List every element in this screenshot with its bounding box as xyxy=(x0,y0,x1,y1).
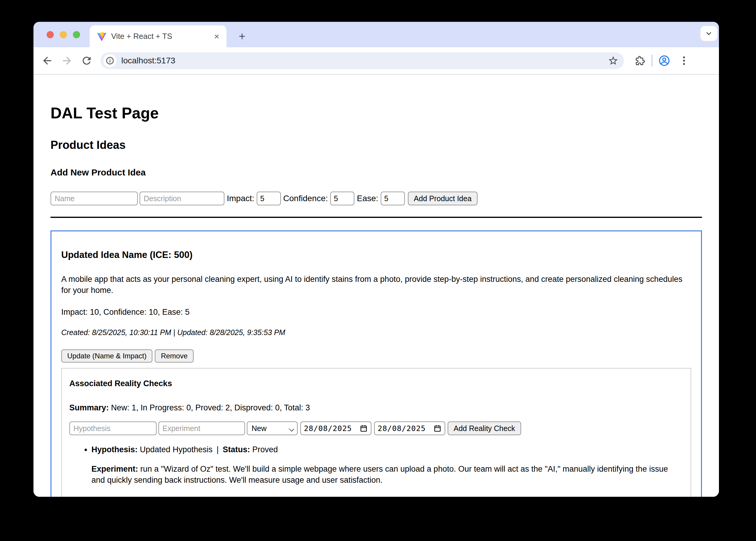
forward-arrow-icon xyxy=(61,55,73,67)
remove-idea-button[interactable]: Remove xyxy=(155,349,193,362)
reload-icon xyxy=(81,55,93,67)
calendar-icon[interactable] xyxy=(359,424,368,432)
summary-label: Summary: xyxy=(69,403,109,412)
idea-actions: Update (Name & Impact) Remove xyxy=(61,349,691,362)
add-product-idea-button[interactable]: Add Product Idea xyxy=(408,192,478,205)
browser-window: Vite + React + TS × + localhost xyxy=(33,22,719,497)
reality-check-item: Hypothesis: Updated Hypothesis | Status:… xyxy=(92,444,683,486)
toolbar-divider xyxy=(651,55,653,67)
add-idea-heading: Add New Product Idea xyxy=(51,167,702,178)
start-date-input[interactable]: 28/08/2025 xyxy=(300,421,371,435)
hypothesis-input[interactable] xyxy=(69,421,157,435)
experiment-line: Experiment: run a "Wizard of Oz" test. W… xyxy=(92,464,683,486)
tab-close-icon[interactable]: × xyxy=(212,31,221,42)
experiment-input[interactable] xyxy=(159,421,245,435)
summary-text: New: 1, In Progress: 0, Proved: 2, Dispr… xyxy=(111,403,310,412)
new-tab-button[interactable]: + xyxy=(234,28,250,44)
hypothesis-label: Hypothesis: xyxy=(92,445,138,454)
reality-checks-summary: Summary: New: 1, In Progress: 0, Proved:… xyxy=(69,403,683,413)
site-info-chip[interactable] xyxy=(103,54,117,67)
status-select-value: New xyxy=(251,424,266,433)
reality-check-list: Hypothesis: Updated Hypothesis | Status:… xyxy=(69,444,683,486)
extensions-icon[interactable] xyxy=(634,55,645,66)
add-reality-check-button[interactable]: Add Reality Check xyxy=(448,421,521,435)
traffic-lights xyxy=(47,31,80,38)
ease-input[interactable] xyxy=(381,192,405,205)
name-input[interactable] xyxy=(51,192,138,205)
add-idea-form: Impact: Confidence: Ease: Add Product Id… xyxy=(51,192,702,205)
browser-tab[interactable]: Vite + React + TS × xyxy=(90,25,226,47)
chevron-down-icon xyxy=(705,30,713,37)
info-icon xyxy=(106,56,115,65)
experiment-label: Experiment: xyxy=(92,464,138,473)
web-page: DAL Test Page Product Ideas Add New Prod… xyxy=(33,75,719,497)
tab-title: Vite + React + TS xyxy=(111,32,212,41)
status-text: Proved xyxy=(252,445,278,454)
ease-label: Ease: xyxy=(357,194,378,203)
page-title: DAL Test Page xyxy=(51,104,702,122)
toolbar-actions xyxy=(630,55,694,67)
add-reality-check-form: New 28/08/2025 28/08/2025 xyxy=(69,421,683,435)
address-bar[interactable]: localhost:5173 xyxy=(100,52,624,69)
section-title: Product Ideas xyxy=(51,138,702,152)
profile-icon[interactable] xyxy=(659,55,670,66)
description-input[interactable] xyxy=(140,192,224,205)
reload-button[interactable] xyxy=(81,55,93,67)
tab-strip: Vite + React + TS × + xyxy=(33,22,719,47)
forward-button[interactable] xyxy=(61,55,73,67)
zoom-window-button[interactable] xyxy=(73,31,80,38)
status-label: Status: xyxy=(222,445,250,454)
bookmark-star-icon[interactable] xyxy=(608,55,618,66)
calendar-icon[interactable] xyxy=(433,424,442,432)
separator: | xyxy=(216,445,219,454)
url-text[interactable]: localhost:5173 xyxy=(121,56,608,65)
status-select[interactable]: New xyxy=(247,421,298,435)
close-window-button[interactable] xyxy=(47,31,54,38)
idea-timestamps: Created: 8/25/2025, 10:30:11 PM | Update… xyxy=(61,327,691,338)
idea-description: A mobile app that acts as your personal … xyxy=(61,274,691,296)
menu-dots-icon[interactable] xyxy=(678,55,690,66)
back-arrow-icon xyxy=(41,55,53,67)
start-date-value: 28/08/2025 xyxy=(304,424,359,433)
browser-toolbar: localhost:5173 xyxy=(33,47,719,75)
end-date-input[interactable]: 28/08/2025 xyxy=(374,421,445,435)
end-date-value: 28/08/2025 xyxy=(378,424,433,433)
vite-favicon-icon xyxy=(97,32,106,41)
tab-search-chevron-button[interactable] xyxy=(700,26,717,41)
idea-title: Updated Idea Name (ICE: 500) xyxy=(61,249,691,261)
confidence-input[interactable] xyxy=(330,192,354,205)
impact-input[interactable] xyxy=(257,192,281,205)
reality-checks-box: Associated Reality Checks Summary: New: … xyxy=(61,368,691,497)
reality-check-headline: Hypothesis: Updated Hypothesis | Status:… xyxy=(92,444,683,455)
divider-rule xyxy=(51,217,702,218)
back-button[interactable] xyxy=(41,55,53,67)
impact-label: Impact: xyxy=(227,194,254,203)
confidence-label: Confidence: xyxy=(283,194,328,203)
idea-card: Updated Idea Name (ICE: 500) A mobile ap… xyxy=(51,231,702,497)
reality-checks-heading: Associated Reality Checks xyxy=(69,379,683,388)
select-chevron-icon xyxy=(289,426,294,432)
update-idea-button[interactable]: Update (Name & Impact) xyxy=(61,349,153,362)
minimize-window-button[interactable] xyxy=(60,31,67,38)
hypothesis-text: Updated Hypothesis xyxy=(140,445,212,454)
experiment-text: run a "Wizard of Oz" test. We'll build a… xyxy=(92,464,668,484)
idea-scores: Impact: 10, Confidence: 10, Ease: 5 xyxy=(61,307,691,318)
